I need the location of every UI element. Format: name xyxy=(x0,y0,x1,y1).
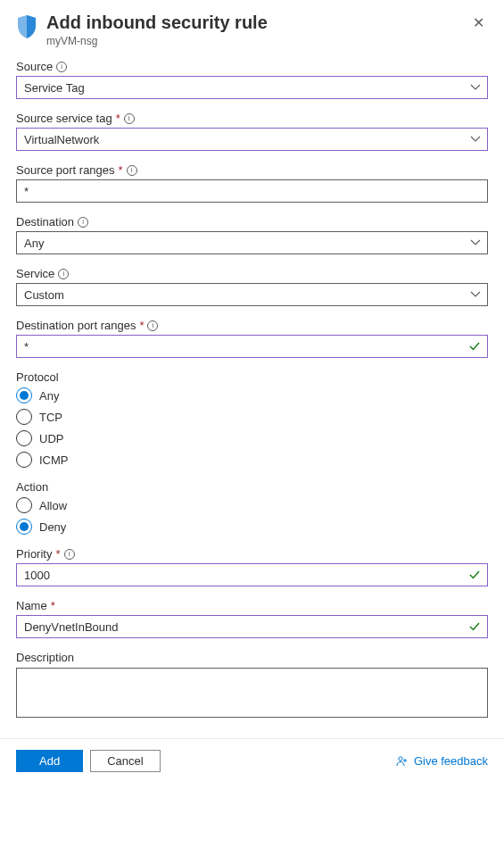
name-label: Name xyxy=(16,599,47,612)
radio-option-icmp[interactable]: ICMP xyxy=(16,452,488,468)
field-priority: Priority * i xyxy=(16,547,488,586)
destination-port-ranges-input[interactable] xyxy=(16,335,488,358)
source-port-ranges-label: Source port ranges xyxy=(16,163,115,177)
add-button[interactable]: Add xyxy=(16,750,83,772)
action-radio-group: AllowDeny xyxy=(16,497,488,535)
panel-subtitle: myVM-nsg xyxy=(46,35,460,47)
close-icon: ✕ xyxy=(473,15,484,30)
required-indicator: * xyxy=(119,163,123,177)
panel-footer: Add Cancel Give feedback xyxy=(0,739,504,783)
destination-port-ranges-label: Destination port ranges xyxy=(16,319,136,332)
info-icon[interactable]: i xyxy=(78,217,88,228)
radio-option-allow[interactable]: Allow xyxy=(16,497,488,513)
protocol-label: Protocol xyxy=(16,370,488,384)
give-feedback-link[interactable]: Give feedback xyxy=(396,754,488,768)
radio-button xyxy=(16,497,32,513)
required-indicator: * xyxy=(139,319,144,332)
field-protocol: Protocol AnyTCPUDPICMP xyxy=(16,370,488,468)
shield-icon xyxy=(16,14,37,39)
radio-label: Allow xyxy=(39,499,67,512)
name-input[interactable] xyxy=(16,615,488,638)
source-service-tag-select[interactable]: VirtualNetwork xyxy=(16,128,488,151)
radio-label: Deny xyxy=(39,520,66,534)
feedback-icon xyxy=(396,755,409,768)
field-destination-port-ranges: Destination port ranges * i xyxy=(16,319,488,358)
service-label: Service xyxy=(16,267,54,280)
field-destination: Destination i Any xyxy=(16,215,488,254)
field-source: Source i Service Tag xyxy=(16,60,488,99)
radio-label: TCP xyxy=(39,411,62,424)
svg-point-0 xyxy=(399,756,402,760)
info-icon[interactable]: i xyxy=(58,269,69,279)
priority-label: Priority xyxy=(16,547,52,561)
required-indicator: * xyxy=(55,547,60,561)
info-icon[interactable]: i xyxy=(64,549,75,560)
protocol-radio-group: AnyTCPUDPICMP xyxy=(16,387,488,468)
field-service: Service i Custom xyxy=(16,267,488,306)
radio-button xyxy=(16,519,32,535)
radio-button xyxy=(16,430,32,446)
radio-button xyxy=(16,409,32,425)
service-select[interactable]: Custom xyxy=(16,283,488,306)
required-indicator: * xyxy=(116,112,120,125)
field-source-port-ranges: Source port ranges * i xyxy=(16,163,488,203)
field-action: Action AllowDeny xyxy=(16,480,488,535)
priority-input[interactable] xyxy=(16,563,488,586)
source-select[interactable]: Service Tag xyxy=(16,76,488,99)
field-description: Description xyxy=(16,651,488,720)
panel-title: Add inbound security rule xyxy=(46,12,460,33)
info-icon[interactable]: i xyxy=(124,113,135,124)
radio-option-deny[interactable]: Deny xyxy=(16,519,488,535)
field-source-service-tag: Source service tag * i VirtualNetwork xyxy=(16,112,488,151)
panel-header: Add inbound security rule myVM-nsg ✕ xyxy=(16,12,488,47)
source-service-tag-label: Source service tag xyxy=(16,112,112,125)
close-button[interactable]: ✕ xyxy=(469,12,488,34)
radio-button xyxy=(16,387,32,403)
cancel-button[interactable]: Cancel xyxy=(90,750,160,772)
required-indicator: * xyxy=(51,599,55,612)
description-textarea[interactable] xyxy=(16,668,488,718)
radio-label: ICMP xyxy=(39,453,69,467)
info-icon[interactable]: i xyxy=(56,62,67,72)
radio-label: UDP xyxy=(39,432,63,445)
source-label: Source xyxy=(16,60,53,73)
radio-option-udp[interactable]: UDP xyxy=(16,430,488,446)
destination-select[interactable]: Any xyxy=(16,231,488,254)
info-icon[interactable]: i xyxy=(147,320,158,331)
security-rule-panel: Add inbound security rule myVM-nsg ✕ Sou… xyxy=(0,0,504,720)
radio-label: Any xyxy=(39,389,59,403)
action-label: Action xyxy=(16,480,488,494)
radio-option-tcp[interactable]: TCP xyxy=(16,409,488,425)
info-icon[interactable]: i xyxy=(127,165,137,176)
radio-option-any[interactable]: Any xyxy=(16,387,488,403)
feedback-label: Give feedback xyxy=(414,754,488,768)
description-label: Description xyxy=(16,651,488,664)
radio-button xyxy=(16,452,32,468)
destination-label: Destination xyxy=(16,215,74,229)
source-port-ranges-input[interactable] xyxy=(16,179,488,203)
field-name: Name * xyxy=(16,599,488,638)
